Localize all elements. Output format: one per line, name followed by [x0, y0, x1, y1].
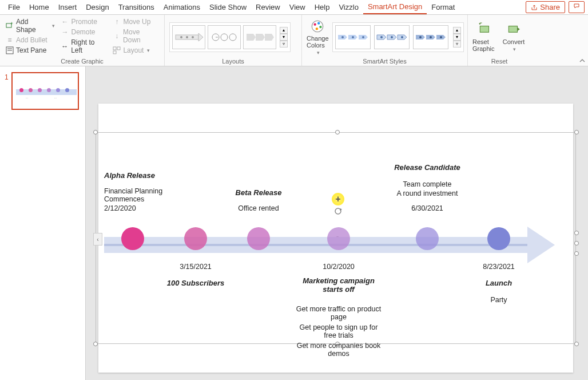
- tab-design[interactable]: Design: [81, 1, 113, 14]
- caret-icon: ▾: [147, 48, 150, 53]
- gallery-spinner[interactable]: ▴▾▿: [280, 27, 288, 48]
- collapse-ribbon-button[interactable]: [579, 57, 586, 65]
- crosshair-cursor: +: [332, 193, 344, 205]
- convert-button[interactable]: Convert▾: [501, 22, 526, 52]
- style-option-2[interactable]: [374, 25, 410, 49]
- tab-animations[interactable]: Animations: [159, 1, 205, 14]
- tab-transitions[interactable]: Transitions: [114, 1, 159, 14]
- mkt-b2: Get people to sign up for free trials: [293, 323, 384, 339]
- share-label: Share: [540, 3, 560, 11]
- tab-format[interactable]: Format: [427, 1, 459, 14]
- layout-option-2[interactable]: [208, 25, 241, 49]
- selection-handle-nw[interactable]: [93, 130, 98, 134]
- selection-handle-ne[interactable]: [574, 130, 579, 134]
- svg-point-40: [430, 36, 432, 38]
- move-down-button[interactable]: ↓Move Down: [112, 27, 160, 45]
- menu-tab-bar: File Home Insert Design Transitions Anim…: [0, 0, 588, 15]
- text-pane-label: Text Pane: [16, 46, 46, 54]
- svg-marker-18: [256, 34, 265, 41]
- share-button[interactable]: Share: [526, 1, 565, 13]
- selection-handle-e3[interactable]: [574, 251, 579, 256]
- slide[interactable]: ‹ + Alpha Release Financial Planning Com…: [98, 104, 573, 373]
- spin-down-icon[interactable]: ▾: [280, 34, 288, 41]
- styles-gallery[interactable]: ▴▾▿: [332, 22, 464, 52]
- selection-handle-n[interactable]: [335, 130, 340, 134]
- tab-help[interactable]: Help: [310, 1, 335, 14]
- svg-point-24: [316, 27, 318, 30]
- selection-handle-se[interactable]: [574, 342, 579, 346]
- spin-up-icon[interactable]: ▴: [280, 27, 288, 34]
- tab-home[interactable]: Home: [25, 1, 54, 14]
- selection-handle-e2[interactable]: [574, 241, 579, 246]
- style-option-3[interactable]: [413, 25, 448, 49]
- svg-point-26: [341, 36, 344, 38]
- move-up-button[interactable]: ↑Move Up: [112, 17, 160, 26]
- layout-label: Layout: [123, 46, 144, 54]
- svg-point-38: [419, 36, 422, 38]
- tab-review[interactable]: Review: [251, 1, 285, 14]
- spin-down-icon[interactable]: ▾: [453, 34, 461, 41]
- smartart-textpane-toggle[interactable]: ‹: [93, 233, 102, 246]
- demote-label: Demote: [71, 28, 95, 36]
- add-bullet-button[interactable]: ≡Add Bullet: [5, 35, 56, 45]
- tab-slideshow[interactable]: Slide Show: [205, 1, 251, 14]
- rtl-icon: ↔: [61, 42, 69, 50]
- convert-icon: [506, 22, 521, 37]
- promote-button[interactable]: ←Promote: [59, 17, 108, 26]
- tab-smartart-design[interactable]: SmartArt Design: [363, 0, 427, 14]
- reset-graphic-button[interactable]: Reset Graphic: [472, 22, 498, 52]
- svg-point-47: [335, 208, 341, 214]
- timeline-node-subscribers[interactable]: [184, 227, 207, 250]
- spin-up-icon[interactable]: ▴: [453, 27, 461, 34]
- selection-handle-sw[interactable]: [93, 342, 98, 346]
- spin-more-icon[interactable]: ▿: [453, 41, 461, 48]
- rc-title: Release Candidate: [384, 163, 470, 172]
- move-down-label: Move Down: [123, 28, 158, 44]
- styles-spinner[interactable]: ▴▾▿: [453, 27, 461, 48]
- tab-file[interactable]: File: [3, 1, 25, 14]
- selection-handle-e[interactable]: [574, 231, 579, 235]
- tab-vizzlo[interactable]: Vizzlo: [334, 1, 363, 14]
- add-shape-button[interactable]: +Add Shape▾: [5, 17, 56, 34]
- slide-canvas[interactable]: ‹ + Alpha Release Financial Planning Com…: [86, 66, 588, 380]
- rtl-button[interactable]: ↔Right to Left: [59, 38, 108, 55]
- timeline-node-rc[interactable]: [416, 227, 439, 250]
- tab-view[interactable]: View: [285, 1, 310, 14]
- svg-rect-43: [480, 26, 488, 32]
- rotate-handle[interactable]: [333, 207, 341, 215]
- svg-rect-6: [117, 47, 120, 50]
- subs-title: 100 Subscribers: [156, 279, 236, 287]
- alpha-title: Alpha Release: [104, 171, 173, 180]
- timeline-node-beta[interactable]: [247, 227, 270, 250]
- svg-point-11: [186, 36, 188, 38]
- svg-point-10: [180, 36, 182, 38]
- timeline-node-marketing[interactable]: [327, 227, 350, 250]
- svg-point-42: [440, 36, 442, 38]
- share-icon: [531, 4, 538, 11]
- layout-button[interactable]: Layout▾: [112, 46, 160, 55]
- svg-point-34: [391, 36, 393, 38]
- mkt-b1: Get more traffic on product page: [293, 305, 384, 321]
- group-label-styles: SmartArt Styles: [307, 57, 463, 65]
- style-option-1[interactable]: [335, 25, 371, 49]
- tab-insert[interactable]: Insert: [54, 1, 82, 14]
- timeline-node-alpha[interactable]: [121, 227, 144, 250]
- launch-date: 8/23/2021: [470, 263, 527, 271]
- layout-option-1[interactable]: [172, 25, 205, 49]
- rc-sub1: Team complete: [384, 180, 470, 188]
- slide-thumbnail-1[interactable]: 1 ··· ···: [11, 72, 79, 110]
- text-pane-button[interactable]: Text Pane: [5, 46, 56, 55]
- demote-button[interactable]: →Demote: [59, 27, 108, 37]
- comments-button[interactable]: [569, 1, 585, 13]
- layouts-gallery[interactable]: ▴▾▿: [169, 22, 291, 52]
- spin-more-icon[interactable]: ▿: [280, 41, 288, 48]
- move-down-icon: ↓: [113, 32, 121, 40]
- layout-option-3[interactable]: [243, 25, 276, 49]
- add-shape-icon: +: [6, 22, 14, 30]
- svg-text:+: +: [10, 22, 13, 26]
- svg-point-21: [314, 23, 316, 25]
- thumbnail-number: 1: [5, 73, 9, 81]
- change-colors-button[interactable]: Change Colors▾: [307, 19, 329, 56]
- convert-label: Convert: [503, 38, 525, 45]
- timeline-node-launch[interactable]: [487, 227, 510, 250]
